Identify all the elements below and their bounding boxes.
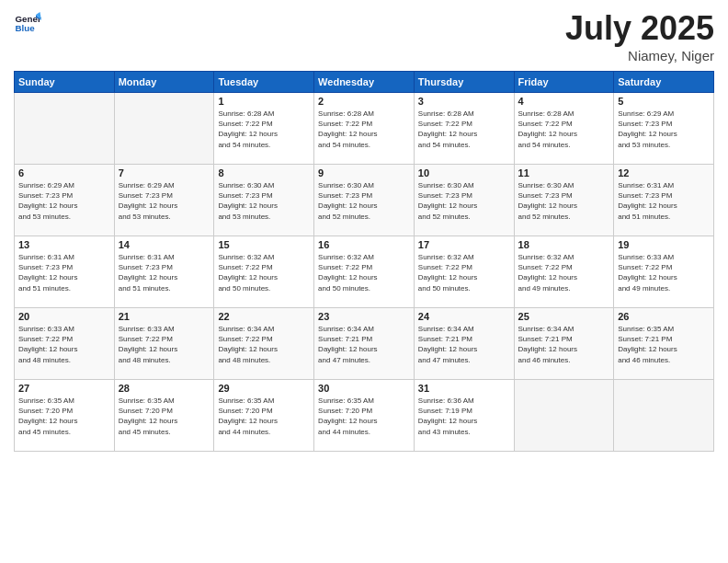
day-info: Sunrise: 6:29 AM Sunset: 7:23 PM Dayligh…	[119, 180, 210, 222]
day-number: 9	[318, 167, 410, 178]
day-info: Sunrise: 6:30 AM Sunset: 7:23 PM Dayligh…	[318, 180, 410, 222]
day-number: 20	[18, 311, 110, 322]
day-info: Sunrise: 6:35 AM Sunset: 7:20 PM Dayligh…	[18, 396, 110, 437]
calendar-cell	[15, 93, 115, 165]
day-number: 26	[618, 311, 710, 322]
calendar-cell	[514, 380, 614, 452]
day-info: Sunrise: 6:32 AM Sunset: 7:22 PM Dayligh…	[518, 252, 610, 293]
day-info: Sunrise: 6:35 AM Sunset: 7:20 PM Dayligh…	[318, 396, 410, 437]
col-thursday: Thursday	[414, 72, 514, 93]
day-number: 2	[318, 96, 410, 107]
day-number: 19	[618, 239, 710, 250]
day-number: 25	[518, 311, 610, 322]
week-row-1: 6Sunrise: 6:29 AM Sunset: 7:23 PM Daylig…	[15, 165, 714, 236]
calendar-cell: 21Sunrise: 6:33 AM Sunset: 7:22 PM Dayli…	[114, 308, 214, 380]
week-row-4: 27Sunrise: 6:35 AM Sunset: 7:20 PM Dayli…	[15, 380, 714, 452]
calendar-cell: 2Sunrise: 6:28 AM Sunset: 7:22 PM Daylig…	[314, 93, 415, 165]
col-wednesday: Wednesday	[314, 72, 415, 93]
day-number: 7	[119, 167, 210, 178]
day-number: 18	[518, 239, 610, 250]
week-row-3: 20Sunrise: 6:33 AM Sunset: 7:22 PM Dayli…	[15, 308, 714, 380]
day-number: 14	[119, 239, 210, 250]
header-row: Sunday Monday Tuesday Wednesday Thursday…	[15, 72, 714, 93]
calendar-cell: 20Sunrise: 6:33 AM Sunset: 7:22 PM Dayli…	[15, 308, 115, 380]
day-info: Sunrise: 6:30 AM Sunset: 7:23 PM Dayligh…	[518, 180, 610, 222]
day-info: Sunrise: 6:35 AM Sunset: 7:21 PM Dayligh…	[618, 324, 710, 365]
calendar-cell: 1Sunrise: 6:28 AM Sunset: 7:22 PM Daylig…	[214, 93, 314, 165]
calendar-cell	[614, 380, 714, 452]
day-info: Sunrise: 6:35 AM Sunset: 7:20 PM Dayligh…	[218, 396, 310, 437]
col-sunday: Sunday	[15, 72, 115, 93]
calendar-cell: 22Sunrise: 6:34 AM Sunset: 7:22 PM Dayli…	[214, 308, 314, 380]
day-number: 6	[18, 167, 110, 178]
day-info: Sunrise: 6:34 AM Sunset: 7:21 PM Dayligh…	[518, 324, 610, 365]
day-number: 4	[518, 96, 610, 107]
day-info: Sunrise: 6:34 AM Sunset: 7:21 PM Dayligh…	[318, 324, 410, 365]
day-number: 17	[418, 239, 510, 250]
day-number: 22	[218, 311, 310, 322]
calendar-cell: 18Sunrise: 6:32 AM Sunset: 7:22 PM Dayli…	[514, 236, 614, 308]
col-tuesday: Tuesday	[214, 72, 314, 93]
calendar-cell: 7Sunrise: 6:29 AM Sunset: 7:23 PM Daylig…	[114, 165, 214, 236]
day-number: 21	[119, 311, 210, 322]
calendar-cell	[114, 93, 214, 165]
day-info: Sunrise: 6:31 AM Sunset: 7:23 PM Dayligh…	[618, 180, 710, 222]
logo: General Blue	[14, 9, 41, 37]
day-info: Sunrise: 6:29 AM Sunset: 7:23 PM Dayligh…	[18, 180, 110, 222]
day-number: 23	[318, 311, 410, 322]
day-number: 13	[18, 239, 110, 250]
day-number: 31	[418, 383, 510, 394]
calendar-cell: 28Sunrise: 6:35 AM Sunset: 7:20 PM Dayli…	[114, 380, 214, 452]
calendar-cell: 8Sunrise: 6:30 AM Sunset: 7:23 PM Daylig…	[214, 165, 314, 236]
col-monday: Monday	[114, 72, 214, 93]
calendar-cell: 26Sunrise: 6:35 AM Sunset: 7:21 PM Dayli…	[614, 308, 714, 380]
calendar-cell: 14Sunrise: 6:31 AM Sunset: 7:23 PM Dayli…	[114, 236, 214, 308]
day-number: 8	[218, 167, 310, 178]
day-info: Sunrise: 6:36 AM Sunset: 7:19 PM Dayligh…	[418, 396, 510, 437]
day-number: 5	[618, 96, 710, 107]
calendar-cell: 19Sunrise: 6:33 AM Sunset: 7:22 PM Dayli…	[614, 236, 714, 308]
day-info: Sunrise: 6:31 AM Sunset: 7:23 PM Dayligh…	[119, 252, 210, 293]
day-info: Sunrise: 6:30 AM Sunset: 7:23 PM Dayligh…	[218, 180, 310, 222]
day-number: 29	[218, 383, 310, 394]
calendar-cell: 9Sunrise: 6:30 AM Sunset: 7:23 PM Daylig…	[314, 165, 415, 236]
day-number: 27	[18, 383, 110, 394]
week-row-0: 1Sunrise: 6:28 AM Sunset: 7:22 PM Daylig…	[15, 93, 714, 165]
day-info: Sunrise: 6:32 AM Sunset: 7:22 PM Dayligh…	[318, 252, 410, 293]
day-info: Sunrise: 6:29 AM Sunset: 7:23 PM Dayligh…	[618, 109, 710, 150]
col-saturday: Saturday	[614, 72, 714, 93]
title-block: July 2025 Niamey, Niger	[565, 9, 714, 63]
svg-text:Blue: Blue	[16, 23, 36, 33]
day-info: Sunrise: 6:33 AM Sunset: 7:22 PM Dayligh…	[119, 324, 210, 365]
logo-icon: General Blue	[14, 9, 41, 37]
day-number: 28	[119, 383, 210, 394]
day-info: Sunrise: 6:35 AM Sunset: 7:20 PM Dayligh…	[119, 396, 210, 437]
day-info: Sunrise: 6:28 AM Sunset: 7:22 PM Dayligh…	[418, 109, 510, 150]
day-number: 1	[218, 96, 310, 107]
month-title: July 2025	[565, 9, 714, 48]
calendar-cell: 15Sunrise: 6:32 AM Sunset: 7:22 PM Dayli…	[214, 236, 314, 308]
subtitle: Niamey, Niger	[565, 48, 714, 63]
day-info: Sunrise: 6:28 AM Sunset: 7:22 PM Dayligh…	[518, 109, 610, 150]
day-info: Sunrise: 6:34 AM Sunset: 7:21 PM Dayligh…	[418, 324, 510, 365]
day-number: 11	[518, 167, 610, 178]
calendar-cell: 27Sunrise: 6:35 AM Sunset: 7:20 PM Dayli…	[15, 380, 115, 452]
col-friday: Friday	[514, 72, 614, 93]
calendar-cell: 25Sunrise: 6:34 AM Sunset: 7:21 PM Dayli…	[514, 308, 614, 380]
calendar-cell: 4Sunrise: 6:28 AM Sunset: 7:22 PM Daylig…	[514, 93, 614, 165]
calendar-cell: 13Sunrise: 6:31 AM Sunset: 7:23 PM Dayli…	[15, 236, 115, 308]
day-number: 10	[418, 167, 510, 178]
calendar-cell: 31Sunrise: 6:36 AM Sunset: 7:19 PM Dayli…	[414, 380, 514, 452]
calendar-cell: 11Sunrise: 6:30 AM Sunset: 7:23 PM Dayli…	[514, 165, 614, 236]
day-info: Sunrise: 6:34 AM Sunset: 7:22 PM Dayligh…	[218, 324, 310, 365]
day-info: Sunrise: 6:28 AM Sunset: 7:22 PM Dayligh…	[218, 109, 310, 150]
calendar-cell: 30Sunrise: 6:35 AM Sunset: 7:20 PM Dayli…	[314, 380, 415, 452]
calendar-cell: 5Sunrise: 6:29 AM Sunset: 7:23 PM Daylig…	[614, 93, 714, 165]
day-number: 24	[418, 311, 510, 322]
week-row-2: 13Sunrise: 6:31 AM Sunset: 7:23 PM Dayli…	[15, 236, 714, 308]
day-info: Sunrise: 6:28 AM Sunset: 7:22 PM Dayligh…	[318, 109, 410, 150]
calendar-table: Sunday Monday Tuesday Wednesday Thursday…	[14, 71, 714, 452]
calendar-cell: 29Sunrise: 6:35 AM Sunset: 7:20 PM Dayli…	[214, 380, 314, 452]
calendar-cell: 10Sunrise: 6:30 AM Sunset: 7:23 PM Dayli…	[414, 165, 514, 236]
day-number: 15	[218, 239, 310, 250]
